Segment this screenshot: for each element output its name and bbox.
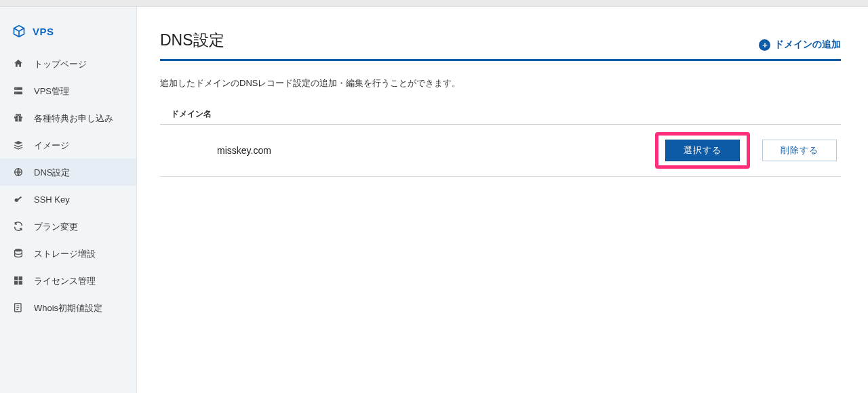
svg-rect-11 (18, 196, 22, 201)
table-header-domain: ドメイン名 (160, 106, 841, 125)
brand[interactable]: VPS (0, 20, 136, 50)
svg-point-8 (19, 115, 21, 117)
sidebar-item-vps[interactable]: VPS管理 (0, 77, 136, 104)
document-icon (12, 302, 24, 314)
sidebar-item-label: SSH Key (34, 195, 70, 204)
svg-point-7 (16, 115, 18, 117)
svg-rect-14 (19, 276, 22, 280)
row-actions: 選択する 削除する (655, 132, 837, 169)
refresh-icon (12, 220, 24, 232)
svg-rect-15 (14, 281, 18, 285)
key-icon (12, 193, 24, 205)
svg-rect-6 (18, 117, 18, 121)
sidebar-item-label: VPS管理 (34, 87, 69, 96)
redacted-prefix (171, 144, 214, 157)
svg-rect-1 (14, 91, 22, 94)
sidebar-item-label: プラン変更 (34, 222, 78, 231)
sidebar-item-label: Whois初期値設定 (34, 304, 102, 312)
sidebar-item-ssh[interactable]: SSH Key (0, 186, 136, 213)
plus-circle-icon: ＋ (759, 39, 770, 51)
sidebar-item-top[interactable]: トップページ (0, 50, 136, 77)
sidebar-item-label: トップページ (34, 60, 87, 68)
main-content: DNS設定 ＋ ドメインの追加 追加したドメインのDNSレコード設定の追加・編集… (137, 7, 868, 393)
sidebar-item-label: イメージ (34, 141, 69, 150)
sidebar-item-label: 各種特典お申し込み (34, 114, 113, 123)
sidebar-item-label: DNS設定 (34, 168, 70, 177)
layout: VPS トップページ VPS管理 各種特典お申し込み イメージ (0, 7, 868, 393)
sidebar-item-whois[interactable]: Whois初期値設定 (0, 294, 136, 321)
add-domain-button[interactable]: ＋ ドメインの追加 (759, 39, 841, 51)
table-row: misskey.com 選択する 削除する (160, 125, 841, 177)
svg-point-2 (16, 88, 16, 89)
highlight-annotation: 選択する (655, 132, 750, 169)
sidebar-item-storage[interactable]: ストレージ増設 (0, 240, 136, 267)
brand-label: VPS (33, 26, 54, 37)
svg-point-3 (16, 93, 16, 94)
sidebar-item-image[interactable]: イメージ (0, 131, 136, 159)
sidebar-item-dns[interactable]: DNS設定 (0, 159, 136, 186)
sidebar-item-label: ストレージ増設 (34, 249, 96, 258)
delete-button[interactable]: 削除する (762, 140, 837, 161)
svg-point-12 (15, 249, 22, 251)
svg-rect-13 (14, 276, 18, 280)
server-icon (12, 85, 24, 97)
page-title: DNS設定 (160, 30, 224, 51)
sidebar-item-benefits[interactable]: 各種特典お申し込み (0, 104, 136, 131)
database-icon (12, 247, 24, 260)
domain-text: misskey.com (217, 145, 271, 156)
globe-icon (12, 166, 24, 178)
cube-icon (12, 24, 26, 38)
gift-icon (12, 112, 24, 124)
grid-icon (12, 274, 24, 287)
page-description: 追加したドメインのDNSレコード設定の追加・編集を行うことができます。 (160, 77, 841, 89)
page-header: DNS設定 ＋ ドメインの追加 (160, 30, 841, 61)
add-domain-label: ドメインの追加 (774, 39, 841, 51)
home-icon (12, 58, 24, 70)
select-button[interactable]: 選択する (665, 140, 740, 161)
top-strip (0, 0, 868, 7)
svg-rect-16 (19, 281, 22, 285)
sidebar-item-plan[interactable]: プラン変更 (0, 213, 136, 240)
domain-cell: misskey.com (171, 144, 271, 157)
svg-point-10 (15, 199, 18, 202)
layers-icon (12, 139, 24, 151)
sidebar-item-license[interactable]: ライセンス管理 (0, 267, 136, 294)
sidebar-item-label: ライセンス管理 (34, 276, 96, 285)
sidebar: VPS トップページ VPS管理 各種特典お申し込み イメージ (0, 7, 137, 393)
svg-rect-0 (14, 87, 22, 90)
